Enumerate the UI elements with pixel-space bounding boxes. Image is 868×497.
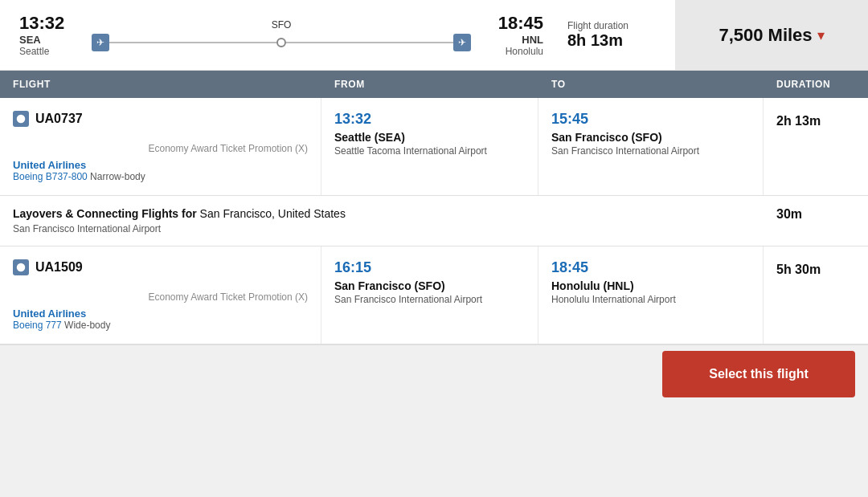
flight-cell-ua0737: UA0737 Economy Award Ticket Promotion (X…: [0, 98, 321, 195]
from-cell-ua0737: 13:32 Seattle (SEA) Seattle Tacoma Inter…: [321, 98, 538, 195]
to-time-ua1509: 18:45: [551, 259, 750, 276]
layover-title-rest: San Francisco, United States: [197, 207, 346, 220]
ticket-type-ua1509: Economy Award Ticket Promotion (X): [13, 291, 308, 303]
table-header: FLIGHT FROM TO DURATION: [0, 71, 868, 98]
flight-summary: 13:32 SEA Seattle SFO ✈ ✈ 18:45 HNL Hono…: [0, 0, 675, 70]
airline-name-ua1509: United Airlines: [13, 308, 308, 320]
flight-row-ua1509: UA1509 Economy Award Ticket Promotion (X…: [0, 246, 868, 344]
to-full-ua0737: San Francisco International Airport: [551, 145, 750, 157]
stopover-label: SFO: [272, 19, 292, 31]
from-airport-ua1509: San Francisco (SFO): [334, 279, 525, 292]
chevron-down-icon: ▾: [817, 26, 825, 44]
flight-header: 13:32 SEA Seattle SFO ✈ ✈ 18:45 HNL Hono…: [0, 0, 868, 71]
layover-title-bold: Layovers & Connecting Flights for: [13, 207, 197, 220]
route-track: ✈ ✈: [92, 34, 471, 51]
svg-point-0: [17, 115, 26, 124]
arrival-info: 18:45 HNL Honolulu: [487, 13, 543, 57]
layover-row: Layovers & Connecting Flights for San Fr…: [0, 196, 868, 246]
col-flight: FLIGHT: [0, 71, 321, 98]
miles-text: 7,500 Miles: [719, 25, 812, 46]
stopover-circle: [276, 38, 286, 47]
from-cell-ua1509: 16:15 San Francisco (SFO) San Francisco …: [321, 246, 538, 344]
ua-logo-icon: [15, 113, 27, 124]
from-time-ua0737: 13:32: [334, 111, 525, 128]
airline-logo-ua0737: [13, 111, 29, 127]
flight-row-ua0737: UA0737 Economy Award Ticket Promotion (X…: [0, 98, 868, 196]
bottom-bar: Select this flight: [0, 344, 868, 402]
departure-code: SEA: [19, 34, 76, 46]
aircraft-ua1509: Boeing 777 Wide-body: [13, 320, 308, 331]
airline-name-ua0737: United Airlines: [13, 159, 308, 171]
route-line-right: [286, 42, 453, 43]
departure-city: Seattle: [19, 46, 76, 57]
col-duration: DURATION: [764, 71, 868, 98]
ticket-type-ua0737: Economy Award Ticket Promotion (X): [13, 143, 308, 154]
layover-duration: 30m: [764, 196, 868, 246]
ua-logo-icon-2: [15, 262, 27, 273]
to-cell-ua1509: 18:45 Honolulu (HNL) Honolulu Internatio…: [538, 246, 764, 344]
route-line: SFO ✈ ✈: [76, 19, 487, 51]
layover-info: Layovers & Connecting Flights for San Fr…: [0, 196, 764, 246]
from-time-ua1509: 16:15: [334, 259, 525, 276]
duration-label: Flight duration: [567, 20, 628, 31]
to-full-ua1509: Honolulu International Airport: [551, 294, 750, 305]
aircraft-ua0737: Boeing B737-800 Narrow-body: [13, 171, 308, 182]
select-flight-button[interactable]: Select this flight: [662, 351, 855, 397]
header-duration: Flight duration 8h 13m: [543, 20, 656, 50]
flight-number-ua1509: UA1509: [13, 259, 308, 275]
from-airport-ua0737: Seattle (SEA): [334, 131, 525, 144]
svg-point-1: [17, 263, 26, 272]
aircraft-model-ua1509: Boeing 777: [13, 320, 62, 331]
to-airport-ua1509: Honolulu (HNL): [551, 279, 750, 292]
plane-icon-right: ✈: [453, 34, 471, 51]
flight-number-ua0737: UA0737: [13, 111, 308, 127]
duration-cell-ua1509: 5h 30m: [764, 246, 868, 344]
plane-icon-left: ✈: [92, 34, 109, 51]
departure-info: 13:32 SEA Seattle: [19, 13, 76, 57]
layover-airport: San Francisco International Airport: [13, 223, 751, 234]
layover-title: Layovers & Connecting Flights for San Fr…: [13, 207, 751, 220]
arrival-code: HNL: [487, 34, 543, 46]
duration-value: 8h 13m: [567, 31, 623, 50]
flight-cell-ua1509: UA1509 Economy Award Ticket Promotion (X…: [0, 246, 321, 344]
arrival-city: Honolulu: [487, 46, 543, 57]
aircraft-model-ua0737: Boeing B737-800: [13, 171, 88, 182]
col-from: FROM: [321, 71, 538, 98]
duration-cell-ua0737: 2h 13m: [764, 98, 868, 195]
col-to: TO: [538, 71, 764, 98]
miles-box: 7,500 Miles ▾: [675, 0, 868, 70]
departure-time: 13:32: [19, 13, 76, 34]
to-airport-ua0737: San Francisco (SFO): [551, 131, 750, 144]
to-time-ua0737: 15:45: [551, 111, 750, 128]
table-body: UA0737 Economy Award Ticket Promotion (X…: [0, 98, 868, 344]
from-full-ua1509: San Francisco International Airport: [334, 294, 525, 305]
from-full-ua0737: Seattle Tacoma International Airport: [334, 145, 525, 157]
to-cell-ua0737: 15:45 San Francisco (SFO) San Francisco …: [538, 98, 764, 195]
route-line-left: [109, 42, 276, 43]
airline-logo-ua1509: [13, 259, 29, 275]
arrival-time: 18:45: [487, 13, 543, 34]
